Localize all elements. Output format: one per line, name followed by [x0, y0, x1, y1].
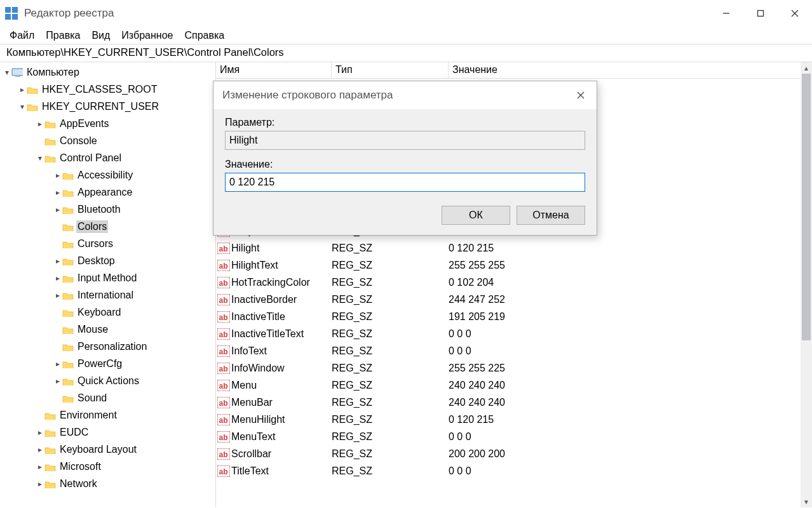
- chevron-right-icon[interactable]: ▸: [36, 445, 44, 454]
- list-header: Имя Тип Значение: [216, 62, 812, 79]
- tree-cp-desktop[interactable]: ▸Desktop: [0, 252, 215, 269]
- value-data: 255 255 255: [449, 260, 801, 271]
- tree-cp-bluetooth[interactable]: ▸Bluetooth: [0, 201, 215, 218]
- chevron-right-icon[interactable]: ▸: [53, 205, 62, 214]
- chevron-right-icon[interactable]: ▸: [53, 171, 62, 180]
- vertical-scrollbar[interactable]: ▲ ▼: [801, 62, 812, 507]
- value-type: REG_SZ: [332, 345, 449, 357]
- chevron-down-icon[interactable]: ▾: [18, 102, 27, 111]
- tree-control-panel[interactable]: ▾ Control Panel: [0, 149, 215, 166]
- chevron-right-icon[interactable]: ▸: [36, 479, 44, 488]
- minimize-button[interactable]: [709, 0, 743, 27]
- chevron-right-icon[interactable]: ▸: [53, 257, 62, 265]
- value-row[interactable]: HilightTextREG_SZ255 255 255: [216, 257, 801, 274]
- value-type: REG_SZ: [332, 397, 449, 408]
- chevron-right-icon[interactable]: ▸: [53, 377, 62, 385]
- chevron-down-icon[interactable]: ▾: [3, 68, 11, 77]
- svg-rect-5: [758, 11, 764, 17]
- value-data: 240 240 240: [449, 397, 801, 408]
- app-icon: [5, 7, 18, 20]
- dialog-titlebar[interactable]: Изменение строкового параметра: [213, 81, 597, 109]
- value-type: REG_SZ: [332, 260, 449, 271]
- folder-icon: [62, 239, 74, 249]
- value-field[interactable]: [225, 173, 585, 192]
- menu-edit[interactable]: Правка: [40, 29, 86, 43]
- tree-console[interactable]: ▸ Console: [0, 132, 215, 149]
- tree-hkcr[interactable]: ▸ HKEY_CLASSES_ROOT: [0, 81, 215, 98]
- tree-cp-powercfg[interactable]: ▸PowerCfg: [0, 355, 215, 372]
- value-name: MenuBar: [231, 397, 332, 408]
- tree-cp-colors[interactable]: ▸Colors: [0, 218, 215, 235]
- maximize-button[interactable]: [743, 0, 778, 27]
- chevron-right-icon[interactable]: ▸: [53, 291, 62, 300]
- tree-cp-appearance[interactable]: ▸Appearance: [0, 184, 215, 201]
- value-row[interactable]: MenuBarREG_SZ240 240 240: [216, 394, 801, 411]
- chevron-right-icon[interactable]: ▸: [53, 188, 62, 197]
- close-button[interactable]: [778, 0, 812, 27]
- tree-appevents[interactable]: ▸ AppEvents: [0, 115, 215, 132]
- column-name[interactable]: Имя: [216, 62, 332, 78]
- chevron-right-icon[interactable]: ▸: [36, 462, 44, 471]
- chevron-right-icon[interactable]: ▸: [53, 359, 62, 368]
- chevron-right-icon[interactable]: ▸: [53, 274, 62, 283]
- menu-favorites[interactable]: Избранное: [116, 29, 179, 43]
- tree-environment[interactable]: ▸Environment: [0, 406, 215, 424]
- regsz-icon: [217, 311, 230, 323]
- chevron-down-icon[interactable]: ▾: [36, 154, 44, 163]
- value-name: InfoWindow: [231, 363, 332, 374]
- regsz-icon: [217, 431, 230, 443]
- ok-button[interactable]: ОК: [442, 206, 510, 225]
- value-row[interactable]: InfoWindowREG_SZ255 255 225: [216, 359, 801, 377]
- tree-eudc[interactable]: ▸EUDC: [0, 424, 215, 441]
- value-row[interactable]: ScrollbarREG_SZ200 200 200: [216, 445, 801, 462]
- scroll-up-icon[interactable]: ▲: [801, 62, 812, 74]
- chevron-right-icon[interactable]: ▸: [18, 85, 27, 94]
- tree-cp-intl[interactable]: ▸International: [0, 286, 215, 304]
- value-row[interactable]: HotTrackingColorREG_SZ0 102 204: [216, 274, 801, 291]
- menu-help[interactable]: Справка: [179, 29, 230, 43]
- tree-kbdlayout[interactable]: ▸Keyboard Layout: [0, 441, 215, 458]
- tree-cp-mouse[interactable]: ▸Mouse: [0, 321, 215, 338]
- tree-cp-cursors[interactable]: ▸Cursors: [0, 235, 215, 252]
- menu-view[interactable]: Вид: [86, 29, 116, 43]
- scroll-down-icon[interactable]: ▼: [801, 496, 812, 507]
- dialog-close-button[interactable]: [565, 81, 597, 109]
- value-row[interactable]: MenuTextREG_SZ0 0 0: [216, 428, 801, 445]
- cancel-button[interactable]: Отмена: [517, 206, 585, 225]
- tree-cp-sound[interactable]: ▸Sound: [0, 389, 215, 406]
- folder-icon: [62, 307, 74, 318]
- tree-computer[interactable]: ▾ Компьютер: [0, 64, 215, 81]
- value-type: REG_SZ: [332, 414, 449, 425]
- value-row[interactable]: MenuREG_SZ240 240 240: [216, 377, 801, 394]
- column-value[interactable]: Значение: [449, 62, 812, 78]
- tree-cp-input[interactable]: ▸Input Method: [0, 269, 215, 286]
- value-row[interactable]: InactiveTitleREG_SZ191 205 219: [216, 308, 801, 325]
- value-row[interactable]: HilightREG_SZ0 120 215: [216, 239, 801, 257]
- folder-icon: [62, 290, 74, 300]
- value-row[interactable]: InactiveTitleTextREG_SZ0 0 0: [216, 325, 801, 342]
- tree-microsoft[interactable]: ▸Microsoft: [0, 458, 215, 475]
- value-row[interactable]: MenuHilightREG_SZ0 120 215: [216, 411, 801, 428]
- tree-cp-personalization[interactable]: ▸Personalization: [0, 338, 215, 355]
- column-type[interactable]: Тип: [332, 62, 449, 78]
- folder-icon: [44, 119, 56, 129]
- chevron-right-icon[interactable]: ▸: [36, 119, 44, 128]
- value-row[interactable]: InactiveBorderREG_SZ244 247 252: [216, 291, 801, 308]
- value-row[interactable]: TitleTextREG_SZ0 0 0: [216, 462, 801, 479]
- menu-file[interactable]: Файл: [4, 29, 40, 43]
- address-bar[interactable]: Компьютер\HKEY_CURRENT_USER\Control Pane…: [0, 44, 812, 62]
- scrollbar-thumb[interactable]: [802, 74, 811, 340]
- value-data: 191 205 219: [449, 311, 801, 323]
- tree-cp-accessibility[interactable]: ▸Accessibility: [0, 166, 215, 184]
- folder-icon: [44, 136, 56, 146]
- value-row[interactable]: InfoTextREG_SZ0 0 0: [216, 342, 801, 359]
- tree-cp-keyboard[interactable]: ▸Keyboard: [0, 304, 215, 321]
- tree-network[interactable]: ▸Network: [0, 475, 215, 492]
- tree-hkcu[interactable]: ▾ HKEY_CURRENT_USER: [0, 98, 215, 115]
- folder-icon: [44, 410, 56, 420]
- value-type: REG_SZ: [332, 363, 449, 374]
- chevron-right-icon[interactable]: ▸: [36, 428, 44, 437]
- value-type: REG_SZ: [332, 380, 449, 391]
- folder-icon: [62, 324, 74, 335]
- tree-cp-quick[interactable]: ▸Quick Actions: [0, 372, 215, 389]
